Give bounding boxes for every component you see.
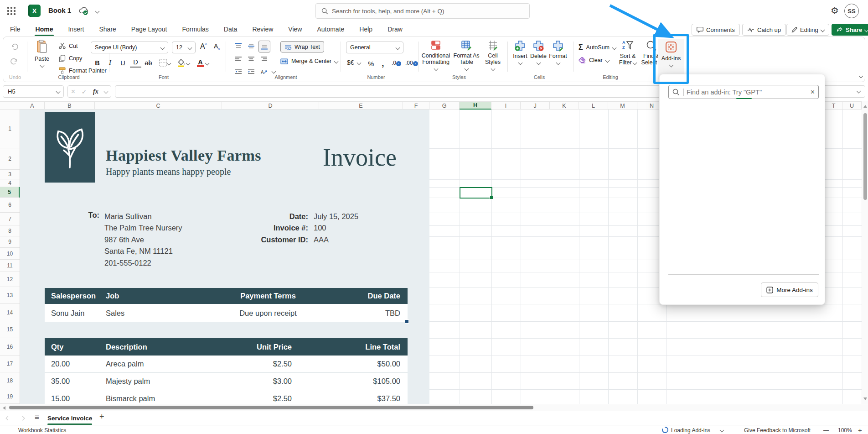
menu-tab-page-layout[interactable]: Page Layout bbox=[130, 24, 168, 35]
column-header-U[interactable]: U bbox=[842, 102, 862, 110]
app-launcher-waffle-icon[interactable] bbox=[7, 7, 16, 15]
row-header-11[interactable]: 11 bbox=[0, 260, 20, 272]
menu-tab-view[interactable]: View bbox=[287, 24, 303, 35]
wrap-text-button[interactable]: Wrap Text bbox=[280, 41, 324, 52]
column-header-J[interactable]: J bbox=[521, 102, 550, 110]
more-addins-button[interactable]: More Add-ins bbox=[761, 282, 818, 297]
column-header-C[interactable]: C bbox=[95, 102, 222, 110]
double-underline-button[interactable]: D bbox=[130, 57, 141, 68]
align-right-button[interactable] bbox=[258, 53, 269, 64]
delete-cells-button[interactable]: Delete bbox=[528, 40, 548, 64]
increase-indent-button[interactable] bbox=[246, 66, 257, 77]
font-size-select[interactable]: 12 bbox=[172, 42, 196, 53]
font-name-select[interactable]: Segoe UI (Body) bbox=[91, 42, 168, 53]
sort-filter-button[interactable]: AZ Sort & Filter bbox=[616, 40, 640, 66]
decrease-indent-button[interactable] bbox=[233, 66, 244, 77]
column-header-D[interactable]: D bbox=[222, 102, 319, 110]
zoom-out-button[interactable]: — bbox=[823, 427, 829, 434]
row-header-6[interactable]: 6 bbox=[0, 198, 20, 213]
bold-button[interactable]: B bbox=[92, 57, 103, 68]
share-button[interactable]: Share bbox=[832, 24, 868, 36]
next-sheet-arrow-icon[interactable] bbox=[21, 416, 25, 421]
vertical-scrollbar[interactable] bbox=[862, 101, 868, 404]
row-header-3[interactable]: 3 bbox=[0, 170, 20, 179]
increase-font-button[interactable]: A^ bbox=[200, 42, 207, 51]
menu-tab-insert[interactable]: Insert bbox=[67, 24, 85, 35]
selected-cell-h5[interactable] bbox=[460, 187, 492, 199]
menu-tab-review[interactable]: Review bbox=[251, 24, 274, 35]
merge-center-button[interactable]: Merge & Center bbox=[280, 58, 338, 64]
enter-check-icon[interactable]: ✓ bbox=[82, 88, 87, 95]
row-header-4[interactable]: 4 bbox=[0, 179, 20, 187]
catch-up-button[interactable]: Catch up bbox=[742, 24, 786, 36]
row-header-8[interactable]: 8 bbox=[0, 225, 20, 236]
loading-addins-chevron-icon[interactable] bbox=[720, 428, 724, 433]
account-avatar[interactable]: SS bbox=[844, 4, 859, 18]
underline-button[interactable]: U bbox=[117, 57, 129, 68]
row-header-9[interactable]: 9 bbox=[0, 236, 20, 248]
menu-tab-data[interactable]: Data bbox=[223, 24, 238, 35]
column-header-B[interactable]: B bbox=[45, 102, 95, 110]
column-header-E[interactable]: E bbox=[319, 102, 403, 110]
addin-search-input[interactable]: Find an add-in: Try "GPT" × bbox=[668, 85, 819, 99]
decrease-decimal-button[interactable]: .00› bbox=[405, 60, 418, 66]
doc-title-chevron-icon[interactable] bbox=[95, 9, 100, 14]
percent-style-button[interactable]: % bbox=[368, 60, 374, 68]
horizontal-scroll-thumb[interactable] bbox=[9, 406, 533, 409]
align-center-button[interactable] bbox=[246, 53, 257, 64]
row-header-18[interactable]: 18 bbox=[0, 372, 20, 389]
menu-tab-share[interactable]: Share bbox=[98, 24, 117, 35]
copy-button[interactable]: Copy bbox=[59, 55, 82, 62]
document-title[interactable]: Book 1 bbox=[48, 6, 71, 14]
align-top-button[interactable] bbox=[233, 41, 244, 52]
decrease-font-button[interactable]: Av bbox=[214, 42, 220, 51]
menu-tab-help[interactable]: Help bbox=[358, 24, 373, 35]
align-middle-button[interactable] bbox=[246, 41, 257, 52]
zoom-in-button[interactable]: + bbox=[858, 426, 862, 434]
align-bottom-button[interactable] bbox=[258, 41, 270, 52]
clear-search-icon[interactable]: × bbox=[811, 88, 815, 96]
column-header-G[interactable]: G bbox=[429, 102, 460, 110]
row-header-7[interactable]: 7 bbox=[0, 213, 20, 225]
feedback-link[interactable]: Give Feedback to Microsoft bbox=[744, 427, 811, 434]
column-header-M[interactable]: M bbox=[608, 102, 637, 110]
font-color-button[interactable]: A bbox=[195, 57, 206, 68]
add-sheet-button[interactable]: + bbox=[99, 412, 104, 422]
cell-name-box[interactable]: H5 bbox=[3, 85, 64, 98]
row-headers[interactable]: 12345678910111213141516171819 bbox=[0, 110, 20, 404]
horizontal-scrollbar[interactable] bbox=[0, 404, 868, 411]
zoom-level[interactable]: 100% bbox=[838, 427, 852, 434]
column-header-A[interactable]: A bbox=[20, 102, 45, 110]
column-header-F[interactable]: F bbox=[403, 102, 429, 110]
sheet-tab-service-invoice[interactable]: Service invoice bbox=[47, 413, 92, 424]
workbook-statistics-button[interactable]: Workbook Statistics bbox=[18, 427, 66, 434]
excel-logo-icon[interactable]: X bbox=[28, 5, 41, 17]
insert-cells-button[interactable]: Insert bbox=[510, 40, 530, 64]
ribbon-collapse-chevron-icon[interactable] bbox=[859, 74, 863, 78]
scroll-down-arrow-icon[interactable] bbox=[863, 397, 867, 400]
row-header-15[interactable]: 15 bbox=[0, 321, 20, 338]
format-cells-button[interactable]: Format bbox=[548, 40, 568, 64]
loading-addins-label[interactable]: Loading Add-ins bbox=[671, 427, 710, 434]
global-search-input[interactable]: Search for tools, help, and more (Alt + … bbox=[315, 3, 530, 19]
cut-button[interactable]: Cut bbox=[59, 42, 78, 49]
prev-sheet-arrow-icon[interactable] bbox=[6, 416, 10, 421]
scroll-up-arrow-icon[interactable] bbox=[863, 105, 867, 108]
menu-tab-draw[interactable]: Draw bbox=[387, 24, 403, 35]
currency-format-button[interactable]: $€ bbox=[347, 59, 361, 66]
editing-mode-button[interactable]: Editing bbox=[786, 24, 829, 36]
scroll-left-arrow-icon[interactable] bbox=[3, 406, 5, 410]
undo-icon[interactable] bbox=[10, 43, 18, 51]
row-header-17[interactable]: 17 bbox=[0, 356, 20, 372]
row-header-1[interactable]: 1 bbox=[0, 110, 20, 148]
menu-tab-automate[interactable]: Automate bbox=[316, 24, 345, 35]
row-header-14[interactable]: 14 bbox=[0, 304, 20, 321]
cancel-icon[interactable]: × bbox=[71, 88, 75, 96]
fill-color-button[interactable] bbox=[176, 57, 187, 68]
number-format-select[interactable]: General bbox=[346, 42, 403, 53]
column-header-K[interactable]: K bbox=[550, 102, 579, 110]
paste-button[interactable]: Paste bbox=[31, 40, 52, 67]
settings-gear-icon[interactable]: ⚙ bbox=[831, 5, 839, 16]
menu-tab-file[interactable]: File bbox=[9, 24, 21, 35]
format-as-table-button[interactable]: Format As Table bbox=[453, 40, 480, 70]
